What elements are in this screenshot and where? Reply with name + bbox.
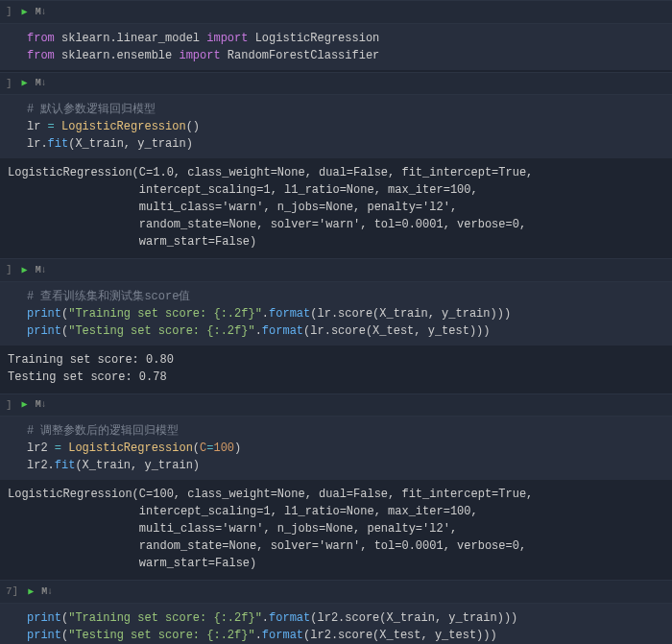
markdown-icon[interactable]: M↓ (36, 5, 47, 19)
cell-output: Training set score: 0.80 Testing set sco… (0, 346, 672, 392)
code-cell-5: 7] ▶ M↓ print("Training set score: {:.2f… (0, 580, 672, 644)
code-editor[interactable]: from sklearn.linear_model import Logisti… (0, 24, 672, 70)
run-icon[interactable]: ▶ (28, 584, 34, 599)
cell-output: LogisticRegression(C=1.0, class_weight=N… (0, 158, 672, 256)
markdown-icon[interactable]: M↓ (36, 263, 47, 277)
code-cell-1: ] ▶ M↓ from sklearn.linear_model import … (0, 0, 672, 70)
code-editor[interactable]: # 调整参数后的逻辑回归模型 lr2 = LogisticRegression(… (0, 417, 672, 480)
cell-output: LogisticRegression(C=100, class_weight=N… (0, 480, 672, 578)
cell-bracket: ] (6, 4, 12, 20)
run-icon[interactable]: ▶ (22, 5, 28, 19)
run-icon[interactable]: ▶ (22, 76, 28, 90)
cell-toolbar: ] ▶ M↓ (0, 0, 672, 24)
cell-toolbar: ] ▶ M↓ (0, 72, 672, 96)
cell-bracket: ] (6, 76, 12, 92)
code-editor[interactable]: print("Training set score: {:.2f}".forma… (0, 604, 672, 645)
cell-toolbar: ] ▶ M↓ (0, 394, 672, 417)
cell-bracket: ] (6, 397, 12, 414)
cell-bracket: ] (6, 262, 12, 278)
cell-bracket: 7] (6, 584, 18, 600)
code-editor[interactable]: # 查看训练集和测试集score值 print("Training set sc… (0, 282, 672, 346)
run-icon[interactable]: ▶ (22, 397, 28, 412)
cell-toolbar: 7] ▶ M↓ (0, 580, 672, 604)
code-cell-2: ] ▶ M↓ # 默认参数逻辑回归模型 lr = LogisticRegress… (0, 72, 672, 257)
markdown-icon[interactable]: M↓ (36, 76, 47, 90)
code-editor[interactable]: # 默认参数逻辑回归模型 lr = LogisticRegression() l… (0, 95, 672, 158)
cell-toolbar: ] ▶ M↓ (0, 258, 672, 282)
run-icon[interactable]: ▶ (22, 263, 28, 277)
code-cell-4: ] ▶ M↓ # 调整参数后的逻辑回归模型 lr2 = LogisticRegr… (0, 394, 672, 579)
code-cell-3: ] ▶ M↓ # 查看训练集和测试集score值 print("Training… (0, 258, 672, 392)
markdown-icon[interactable]: M↓ (41, 584, 53, 599)
markdown-icon[interactable]: M↓ (36, 397, 47, 412)
